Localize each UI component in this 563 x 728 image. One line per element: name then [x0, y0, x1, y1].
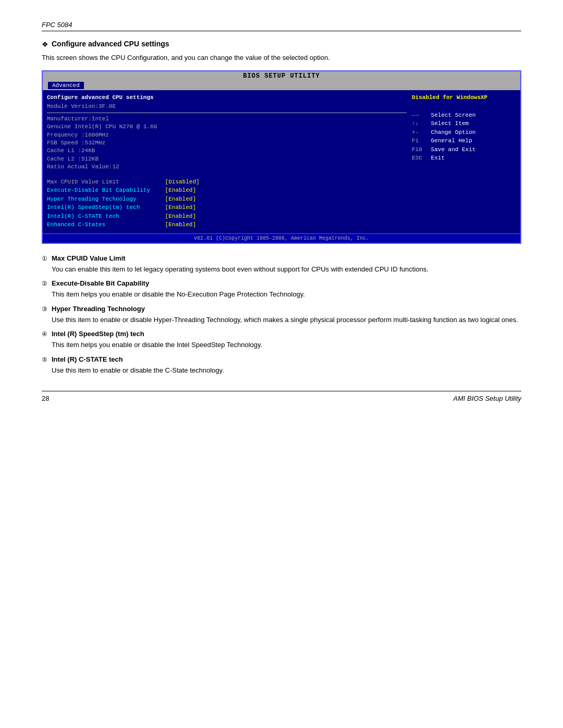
bios-menu-value-3: [Enabled] — [165, 204, 196, 211]
bios-cpu-line-5: Ratio Actual Value:12 — [47, 163, 407, 171]
sub-item-icon-4: ⑤ — [42, 356, 47, 363]
sub-item-desc-0: You can enable this item to let legacy o… — [52, 264, 429, 275]
sub-item-content-0: Max CPUID Value Limit You can enable thi… — [52, 254, 429, 275]
bios-title-bar: BIOS SETUP UTILITY — [43, 71, 520, 81]
page-header: FPC 5084 — [42, 21, 521, 31]
bios-tab-advanced[interactable]: Advanced — [48, 82, 84, 89]
bios-cpu-line-4: Cache L2 :512KB — [47, 155, 407, 163]
bios-manufacturer: Manufacturer:Intel — [47, 115, 407, 123]
page-footer: 28 AMI BIOS Setup Utility — [42, 391, 521, 402]
bios-help-desc-4: Save and Exit — [431, 146, 476, 153]
sub-item-title-1: Execute-Disable Bit Capability — [52, 279, 305, 287]
bios-help-desc-0: Select Screen — [431, 112, 476, 118]
bios-body: Configure advanced CPU settings Module V… — [43, 90, 520, 233]
bios-module-version: Module Version:3F.0E — [47, 103, 407, 110]
bios-help-desc-2: Change Option — [431, 129, 476, 135]
bios-menu-item-4[interactable]: Intel(R) C-STATE tech [Enabled] — [47, 212, 407, 221]
bios-help-key-5: ESC — [412, 154, 427, 163]
sub-item-title-2: Hyper Threading Technology — [52, 305, 518, 313]
bios-menu-value-2: [Enabled] — [165, 196, 196, 202]
bios-help-desc-1: Select Item — [431, 120, 469, 127]
bios-menu-item-3[interactable]: Intel(R) SpeedStep(tm) tech [Enabled] — [47, 203, 407, 212]
sub-item-0: ① Max CPUID Value Limit You can enable t… — [42, 254, 521, 275]
bios-screen: BIOS SETUP UTILITY Advanced Configure ad… — [42, 70, 521, 244]
bios-help-desc-5: Exit — [431, 155, 445, 161]
bios-right-panel: Disabled for WindowsXP ←→ Select Screen … — [412, 94, 516, 229]
bios-menu-value-1: [Enabled] — [165, 187, 196, 193]
bios-help-key-3: F1 — [412, 137, 427, 145]
page-number: 28 — [42, 394, 49, 402]
bios-cpu-line-3: Cache L1 :24KB — [47, 147, 407, 155]
bios-help-0: ←→ Select Screen — [412, 111, 516, 120]
sub-item-title-3: Intel (R) SpeedStep (tm) tech — [52, 330, 262, 338]
bios-help-key-2: +- — [412, 128, 427, 137]
sub-item-content-4: Intel (R) C-STATE tech Use this item to … — [52, 355, 224, 376]
sub-item-3: ④ Intel (R) SpeedStep (tm) tech This ite… — [42, 330, 521, 350]
footer-title: AMI BIOS Setup Utility — [453, 394, 521, 402]
bios-cpu-line-0: Genuine Intel(R) CPU N270 @ 1.6G — [47, 123, 407, 131]
sub-item-icon-2: ③ — [42, 305, 47, 313]
sub-item-title-4: Intel (R) C-STATE tech — [52, 355, 224, 363]
sub-item-2: ③ Hyper Threading Technology Use this it… — [42, 305, 521, 325]
sub-item-content-2: Hyper Threading Technology Use this item… — [52, 305, 518, 325]
bios-help-key-0: ←→ — [412, 111, 427, 120]
bios-menu-label-5: Enhanced C-States — [47, 220, 162, 229]
bios-menu-item-5[interactable]: Enhanced C-States [Enabled] — [47, 220, 407, 229]
bios-help-3: F1 General Help — [412, 137, 516, 145]
sub-item-1: ② Execute-Disable Bit Capability This it… — [42, 279, 521, 300]
bios-help-5: ESC Exit — [412, 154, 516, 163]
bios-help-4: F10 Save and Exit — [412, 145, 516, 154]
bios-right-header: Disabled for WindowsXP — [412, 94, 516, 101]
sub-item-icon-1: ② — [42, 280, 47, 287]
bios-menu-label-3: Intel(R) SpeedStep(tm) tech — [47, 203, 162, 212]
bios-menu-item-0[interactable]: Max CPUID Value Limit [Disabled] — [47, 178, 407, 187]
main-section-heading: ❖ Configure advanced CPU settings — [42, 40, 521, 48]
section-description: This screen shows the CPU Configuration,… — [42, 53, 521, 63]
bios-menu-value-5: [Enabled] — [165, 221, 196, 228]
section-title: Configure advanced CPU settings — [52, 40, 169, 48]
bios-tab-bar: Advanced — [43, 81, 520, 90]
bios-help-2: +- Change Option — [412, 128, 516, 137]
sub-item-desc-4: Use this item to enable or disable the C… — [52, 365, 224, 376]
bios-menu-label-1: Execute-Disable Bit Capability — [47, 186, 162, 195]
bios-help-1: ↑↓ Select Item — [412, 119, 516, 128]
sub-item-content-1: Execute-Disable Bit Capability This item… — [52, 279, 305, 300]
bios-menu-label-4: Intel(R) C-STATE tech — [47, 212, 162, 221]
sub-item-icon-3: ④ — [42, 330, 47, 338]
sub-item-icon-0: ① — [42, 255, 47, 262]
bios-help-key-1: ↑↓ — [412, 119, 427, 128]
sub-item-title-0: Max CPUID Value Limit — [52, 254, 429, 262]
bios-menu-value-4: [Enabled] — [165, 213, 196, 219]
sub-item-4: ⑤ Intel (R) C-STATE tech Use this item t… — [42, 355, 521, 376]
sub-item-desc-1: This item helps you enable or disable th… — [52, 289, 305, 300]
bios-help-desc-3: General Help — [431, 138, 472, 144]
bios-help-key-4: F10 — [412, 145, 427, 154]
bios-menu-item-2[interactable]: Hyper Threading Technology [Enabled] — [47, 195, 407, 204]
document-title: FPC 5084 — [42, 21, 72, 29]
section-icon: ❖ — [42, 40, 48, 48]
bios-cpu-line-1: Frequency :1600MHz — [47, 131, 407, 139]
bios-menu-item-1[interactable]: Execute-Disable Bit Capability [Enabled] — [47, 186, 407, 195]
bios-menu-label-0: Max CPUID Value Limit — [47, 178, 162, 187]
sub-item-desc-2: Use this item to enable or disable Hyper… — [52, 315, 518, 325]
bios-menu-value-0: [Disabled] — [165, 179, 200, 185]
sub-item-desc-3: This item helps you enable or disable th… — [52, 340, 262, 350]
bios-section-header: Configure advanced CPU settings — [47, 94, 407, 101]
bios-left-panel: Configure advanced CPU settings Module V… — [47, 94, 407, 229]
bios-cpu-line-2: FSB Speed :532MHz — [47, 139, 407, 147]
bios-footer: v02.61 (C)Copyright 1985-2006, American … — [43, 233, 520, 243]
bios-menu-label-2: Hyper Threading Technology — [47, 195, 162, 204]
sub-item-content-3: Intel (R) SpeedStep (tm) tech This item … — [52, 330, 262, 350]
